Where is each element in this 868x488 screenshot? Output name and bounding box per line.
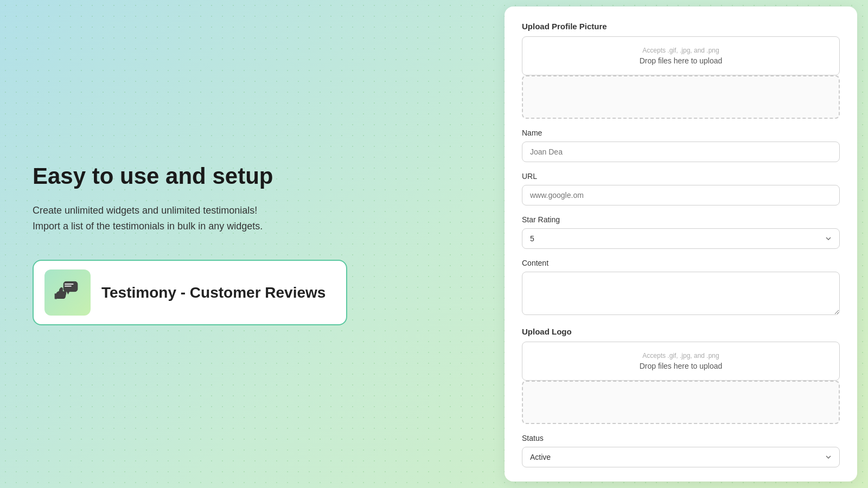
name-group: Name (522, 129, 840, 162)
app-name: Testimony - Customer Reviews (101, 284, 326, 301)
upload-profile-preview (522, 75, 840, 119)
upload-logo-drop: Drop files here to upload (532, 362, 829, 370)
hero-title: Easy to use and setup (33, 163, 472, 190)
upload-profile-section: Upload Profile Picture Accepts .gif, .jp… (522, 22, 840, 119)
name-label: Name (522, 129, 840, 137)
upload-profile-title: Upload Profile Picture (522, 22, 840, 31)
left-panel: Easy to use and setup Create unlimited w… (0, 0, 505, 488)
content-textarea[interactable] (522, 272, 840, 315)
svg-rect-2 (65, 286, 72, 287)
content-label: Content (522, 259, 840, 267)
upload-logo-accepts: Accepts .gif, .jpg, and .png (532, 352, 829, 359)
name-input[interactable] (522, 142, 840, 162)
app-icon-svg (53, 278, 82, 307)
status-label: Status (522, 434, 840, 442)
star-rating-select[interactable]: 5 4 3 2 1 (522, 228, 840, 249)
app-icon (44, 269, 91, 316)
hero-subtitle-line2: Import a list of the testimonials in bul… (33, 221, 263, 232)
url-label: URL (522, 172, 840, 181)
upload-profile-drop: Drop files here to upload (532, 56, 829, 65)
upload-logo-section: Upload Logo Accepts .gif, .jpg, and .png… (522, 327, 840, 424)
star-rating-label: Star Rating (522, 215, 840, 224)
upload-logo-title: Upload Logo (522, 327, 840, 336)
app-card[interactable]: Testimony - Customer Reviews (33, 260, 347, 325)
svg-rect-1 (65, 284, 74, 285)
upload-profile-box[interactable]: Accepts .gif, .jpg, and .png Drop files … (522, 36, 840, 75)
right-panel: Upload Profile Picture Accepts .gif, .jp… (505, 7, 857, 481)
upload-logo-preview (522, 381, 840, 424)
status-select[interactable]: Active Inactive (522, 447, 840, 467)
svg-rect-4 (55, 294, 58, 299)
upload-logo-box[interactable]: Accepts .gif, .jpg, and .png Drop files … (522, 342, 840, 381)
url-group: URL (522, 172, 840, 206)
hero-subtitle-line1: Create unlimited widgets and unlimited t… (33, 205, 257, 216)
url-input[interactable] (522, 185, 840, 206)
svg-marker-3 (67, 292, 70, 295)
status-group: Status Active Inactive (522, 434, 840, 467)
star-rating-group: Star Rating 5 4 3 2 1 (522, 215, 840, 249)
upload-profile-accepts: Accepts .gif, .jpg, and .png (532, 47, 829, 54)
content-group: Content (522, 259, 840, 317)
hero-subtitle: Create unlimited widgets and unlimited t… (33, 203, 472, 234)
